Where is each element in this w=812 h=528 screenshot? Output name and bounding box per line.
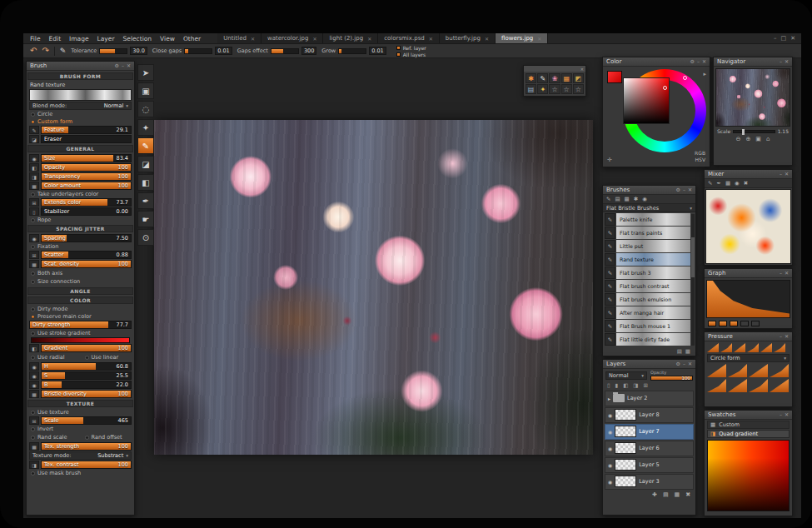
zoom-out-icon[interactable]: ⊖: [736, 136, 741, 142]
hue-marker[interactable]: [683, 76, 687, 80]
pressure-curve-icon[interactable]: [760, 343, 772, 352]
rgb-label[interactable]: RGB: [695, 150, 705, 157]
expand-icon[interactable]: ▸: [608, 396, 610, 401]
scale-knob[interactable]: [742, 129, 745, 135]
grid-view-icon[interactable]: ▦: [685, 348, 690, 355]
eraser-icon[interactable]: ◪: [29, 135, 39, 143]
gear-icon[interactable]: ⚙: [690, 59, 695, 64]
tab-untitled[interactable]: Untitled✕: [217, 33, 262, 43]
use-stroke-gradient-checkbox[interactable]: Use stroke gradient: [31, 330, 130, 336]
layer-row[interactable]: ◉ Layer 8: [605, 407, 694, 423]
menu-image[interactable]: Image: [69, 35, 89, 42]
crosshair-icon[interactable]: ✛: [607, 157, 612, 163]
collapse-icon[interactable]: –: [122, 63, 124, 68]
pressure-titlebar[interactable]: Pressure – ✕: [705, 332, 792, 341]
eraser-row[interactable]: ◪ Eraser: [29, 135, 132, 143]
sparkle-icon[interactable]: ✦: [537, 84, 548, 94]
menu-edit[interactable]: Edit: [49, 35, 62, 42]
section-brush-form[interactable]: BRUSH FORM: [27, 72, 133, 80]
shape-custom-form-radio[interactable]: Custom form: [31, 118, 130, 125]
tex-contrast-slider[interactable]: ◨ Tex. contrast100: [29, 461, 132, 469]
tab-flowers[interactable]: flowers.jpg✕: [496, 33, 548, 43]
collapse-icon[interactable]: –: [780, 334, 782, 339]
star-brush-icon[interactable]: ✱: [526, 73, 536, 83]
close-icon[interactable]: ✕: [785, 412, 789, 417]
undo-button[interactable]: ↶: [30, 47, 37, 55]
scatter-slider[interactable]: ⊞ Scatter0.88: [29, 251, 132, 259]
star-outline-icon[interactable]: ☆: [549, 84, 560, 94]
star-outline-icon[interactable]: ☆: [561, 84, 572, 94]
tab-watercolor[interactable]: watercolor.jpg✕: [262, 33, 323, 43]
pressure-curve-icon[interactable]: [707, 343, 719, 352]
section-texture[interactable]: TEXTURE: [27, 400, 133, 407]
eye-icon[interactable]: ◉: [608, 462, 612, 468]
field-value[interactable]: 0.01: [369, 47, 386, 55]
stroke-gradient-preview[interactable]: [31, 337, 130, 343]
brush-item[interactable]: ✎Flat Brush mouse 1: [605, 320, 690, 332]
pressure-curve-icon[interactable]: [720, 343, 732, 352]
layer-row[interactable]: ◉ Layer 6: [605, 441, 694, 456]
eye-icon[interactable]: ◉: [608, 479, 612, 485]
scat-density-slider[interactable]: ▦ Scat. density100: [29, 260, 132, 268]
crop-tool[interactable]: ▣: [137, 82, 154, 99]
swatches-titlebar[interactable]: Swatches – ✕: [705, 411, 792, 420]
close-icon[interactable]: ✕: [688, 361, 692, 366]
curve-preset-icon[interactable]: [740, 321, 749, 326]
use-linear-checkbox[interactable]: Use linear: [85, 354, 131, 361]
collapse-icon[interactable]: –: [780, 271, 782, 276]
play-icon[interactable]: ▸: [703, 71, 706, 77]
invert-checkbox[interactable]: Invert: [31, 426, 130, 432]
swatch-set-quad-gradient[interactable]: ◨ Quad gradient: [707, 430, 790, 438]
menu-file[interactable]: File: [30, 35, 41, 42]
actual-size-icon[interactable]: ⌂: [766, 136, 770, 142]
pen-icon[interactable]: ✎: [606, 196, 610, 202]
pressure-curve-graph[interactable]: [706, 280, 790, 318]
swatch-set-custom[interactable]: ▦ Custom: [707, 421, 790, 429]
pressure-curve-icon[interactable]: [707, 379, 726, 392]
wet-icon[interactable]: ⊞: [643, 382, 647, 389]
field-value[interactable]: 0.01: [215, 47, 232, 55]
opacity-slider[interactable]: 100: [650, 376, 693, 381]
brush-stroke-preview[interactable]: [29, 89, 132, 101]
close-icon[interactable]: ✕: [702, 59, 706, 64]
brush-item[interactable]: ✎Flat brush emulsion: [605, 293, 690, 306]
close-icon[interactable]: ✕: [127, 63, 131, 68]
gear-icon[interactable]: ⚙: [115, 63, 119, 68]
pressure-curve-icon[interactable]: [749, 364, 768, 377]
close-icon[interactable]: ✕: [785, 334, 789, 339]
texture-scale-slider[interactable]: ⊞ Scale465: [29, 416, 132, 425]
curve-preset-icon[interactable]: [730, 321, 738, 326]
flower-brush-icon[interactable]: ❀: [549, 73, 560, 83]
hand-tool[interactable]: ☛: [137, 211, 154, 227]
quick-toolbox-titlebar[interactable]: ✕: [524, 66, 585, 72]
new-layer-icon[interactable]: ✚: [652, 491, 657, 498]
shape-circle-radio[interactable]: Circle: [31, 111, 130, 117]
close-gaps-slider[interactable]: [184, 48, 212, 54]
section-color[interactable]: COLOR: [27, 296, 133, 304]
mixer-titlebar[interactable]: Mixer – ✕: [705, 170, 792, 179]
scale-value[interactable]: 1.15: [778, 128, 789, 134]
mask-icon[interactable]: ▦: [675, 491, 680, 498]
grid-icon[interactable]: ▦: [625, 196, 630, 202]
layers-icon[interactable]: ▤: [526, 84, 536, 94]
gear-icon[interactable]: ⚙: [676, 187, 680, 192]
grid-icon[interactable]: ▦: [561, 73, 572, 83]
curve-preset-icon[interactable]: [751, 321, 760, 326]
pressure-curve-icon[interactable]: [770, 364, 789, 377]
brush-item-selected[interactable]: ✎Rand texture: [605, 253, 690, 266]
tab-close-icon[interactable]: ✕: [429, 36, 433, 42]
scale-slider[interactable]: [733, 130, 775, 133]
collapse-icon[interactable]: –: [697, 59, 700, 64]
layer-row[interactable]: ◉ Layer 3: [605, 474, 694, 490]
tab-close-icon[interactable]: ✕: [485, 36, 489, 42]
gaps-effect-field[interactable]: Gaps effect 300: [237, 47, 317, 55]
scrollbar[interactable]: [691, 214, 695, 346]
pressure-curve-icon[interactable]: [728, 364, 747, 377]
pressure-curve-icon[interactable]: [770, 379, 789, 392]
rand-scale-checkbox[interactable]: Rand scale: [31, 434, 77, 441]
tab-close-icon[interactable]: ✕: [537, 36, 541, 42]
eyedropper-icon[interactable]: ✒: [716, 180, 720, 187]
close-icon[interactable]: ✕: [785, 172, 789, 177]
grow-field[interactable]: Grow 0.01: [321, 47, 386, 55]
layer-opacity[interactable]: Opacity 100: [650, 371, 693, 381]
